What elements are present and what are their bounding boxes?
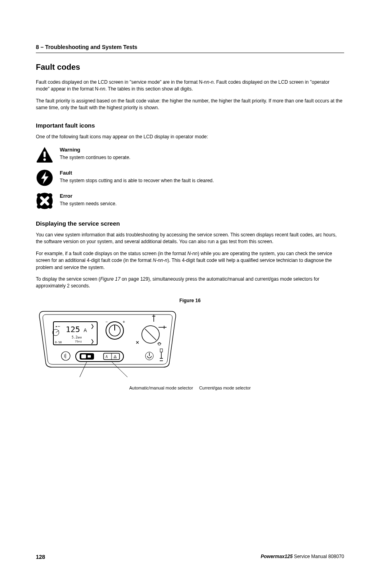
- service-p1: You can view system information that aid…: [36, 232, 344, 246]
- fault-desc: The system stops cutting and is able to …: [60, 177, 344, 184]
- svg-text:75PSI: 75PSI: [75, 340, 82, 343]
- page-footer: 128 Powermax125 Service Manual 808070: [36, 554, 344, 560]
- icons-intro: One of the following fault icons may app…: [36, 134, 344, 140]
- svg-text:0-50: 0-50: [55, 341, 62, 344]
- text: To display the service screen (: [36, 276, 100, 282]
- error-icon: [36, 192, 53, 210]
- svg-line-38: [80, 362, 87, 377]
- heading-fault-icons: Important fault icons: [36, 122, 344, 129]
- figure-16: Figure 16 ▸◦▪◦ 125 A 5.2BAR 75PSI 0-50 −…: [36, 298, 344, 390]
- service-p3: To display the service screen (Figure 17…: [36, 276, 344, 290]
- text: For example, if a fault code displays on…: [36, 251, 187, 256]
- heading-service-screen: Displaying the service screen: [36, 220, 344, 227]
- svg-text:A: A: [106, 355, 108, 359]
- figure-ref: Figure 17: [100, 276, 120, 282]
- text: . The tables in this section show all di…: [105, 86, 193, 92]
- svg-rect-0: [43, 151, 45, 157]
- format-code: N-nn-n: [153, 258, 168, 263]
- svg-text:5.2BAR: 5.2BAR: [72, 336, 82, 339]
- figure-caption: Figure 16: [36, 298, 344, 303]
- fault-title: Fault: [60, 170, 344, 176]
- fault-icon: [36, 169, 53, 187]
- svg-text:+: +: [123, 320, 125, 324]
- icon-entry-fault: Fault The system stops cutting and is ab…: [36, 169, 344, 187]
- svg-rect-29: [160, 349, 163, 352]
- svg-text:125: 125: [66, 324, 80, 334]
- page-number: 128: [36, 554, 45, 560]
- page-title: Fault codes: [36, 63, 344, 72]
- svg-text:−: −: [106, 320, 108, 324]
- intro-paragraph-1: Fault codes displayed on the LCD screen …: [36, 79, 344, 93]
- svg-line-18: [56, 330, 59, 332]
- svg-line-39: [112, 362, 127, 377]
- svg-text:▸◦▪◦: ▸◦▪◦: [56, 325, 60, 328]
- warning-title: Warning: [60, 147, 344, 153]
- label-auto-manual: Automatic/manual mode selector: [129, 385, 193, 390]
- format-code: nn: [100, 86, 105, 92]
- figure-labels: Automatic/manual mode selector Current/g…: [36, 385, 344, 390]
- icon-entry-error: Error The system needs service.: [36, 192, 344, 210]
- format-code: N-nn: [187, 251, 198, 256]
- manual-tail: Service Manual 808070: [293, 554, 344, 559]
- error-title: Error: [60, 193, 344, 199]
- format-code: nn-n: [204, 79, 214, 85]
- svg-point-1: [43, 158, 46, 161]
- section-header: 8 – Troubleshooting and System Tests: [36, 44, 344, 53]
- svg-point-26: [158, 343, 161, 345]
- svg-line-25: [145, 329, 156, 340]
- warning-icon: [36, 146, 53, 163]
- error-desc: The system needs service.: [60, 201, 344, 207]
- svg-text:A: A: [84, 328, 87, 333]
- manual-id: Powermax125 Service Manual 808070: [261, 554, 344, 560]
- intro-paragraph-2: The fault priority is assigned based on …: [36, 98, 344, 112]
- product-name: Powermax125: [261, 554, 293, 559]
- label-current-gas: Current/gas mode selector: [199, 385, 251, 390]
- text: Fault codes displayed on the LCD screen …: [36, 79, 204, 85]
- warning-desc: The system continues to operate.: [60, 154, 344, 161]
- control-panel-illustration: ▸◦▪◦ 125 A 5.2BAR 75PSI 0-50 − +: [36, 307, 179, 383]
- svg-rect-33: [81, 354, 86, 358]
- service-p2: For example, if a fault code displays on…: [36, 250, 344, 271]
- icon-entry-warning: Warning The system continues to operate.: [36, 146, 344, 163]
- svg-text:⁂: ⁂: [114, 355, 117, 359]
